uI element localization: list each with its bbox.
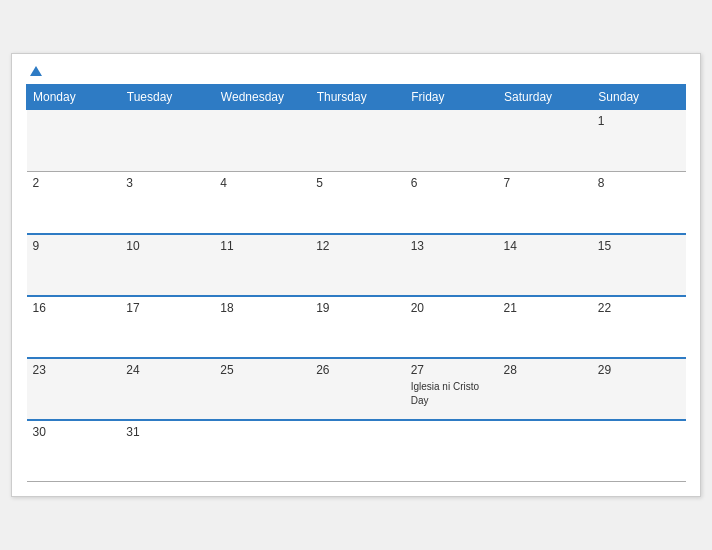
calendar-day-cell: 12	[310, 234, 405, 296]
day-number: 17	[126, 301, 208, 315]
calendar-day-cell: 27Iglesia ni Cristo Day	[405, 358, 498, 420]
calendar-day-cell	[498, 110, 592, 172]
day-number: 4	[220, 176, 304, 190]
calendar-day-cell	[498, 420, 592, 482]
day-number: 22	[598, 301, 680, 315]
calendar-day-cell: 25	[214, 358, 310, 420]
calendar-day-cell: 30	[27, 420, 121, 482]
calendar-grid: MondayTuesdayWednesdayThursdayFridaySatu…	[26, 84, 686, 482]
day-number: 25	[220, 363, 304, 377]
weekday-header-cell: Thursday	[310, 85, 405, 110]
calendar-day-cell: 13	[405, 234, 498, 296]
calendar-day-cell: 3	[120, 172, 214, 234]
weekday-header-cell: Wednesday	[214, 85, 310, 110]
day-number: 9	[33, 239, 115, 253]
calendar-day-cell: 4	[214, 172, 310, 234]
weekday-header-cell: Monday	[27, 85, 121, 110]
logo	[26, 66, 42, 76]
calendar-day-cell: 7	[498, 172, 592, 234]
calendar-week-row: 9101112131415	[27, 234, 686, 296]
day-number: 6	[411, 176, 492, 190]
weekday-header-cell: Saturday	[498, 85, 592, 110]
calendar-day-cell: 8	[592, 172, 686, 234]
calendar-day-cell: 22	[592, 296, 686, 358]
logo-triangle-icon	[30, 66, 42, 76]
day-number: 3	[126, 176, 208, 190]
day-number: 19	[316, 301, 399, 315]
calendar-week-row: 2345678	[27, 172, 686, 234]
calendar-day-cell: 23	[27, 358, 121, 420]
day-number: 5	[316, 176, 399, 190]
calendar-day-cell	[214, 420, 310, 482]
event-label: Iglesia ni Cristo Day	[411, 381, 479, 406]
calendar-day-cell: 21	[498, 296, 592, 358]
calendar-day-cell	[214, 110, 310, 172]
day-number: 10	[126, 239, 208, 253]
day-number: 1	[598, 114, 680, 128]
calendar-day-cell: 29	[592, 358, 686, 420]
calendar-week-row: 2324252627Iglesia ni Cristo Day2829	[27, 358, 686, 420]
calendar-day-cell: 26	[310, 358, 405, 420]
calendar-day-cell	[405, 420, 498, 482]
day-number: 31	[126, 425, 208, 439]
weekday-header-cell: Sunday	[592, 85, 686, 110]
calendar-day-cell: 5	[310, 172, 405, 234]
weekday-header-cell: Tuesday	[120, 85, 214, 110]
day-number: 14	[504, 239, 586, 253]
day-number: 27	[411, 363, 492, 377]
calendar-day-cell: 6	[405, 172, 498, 234]
day-number: 24	[126, 363, 208, 377]
day-number: 20	[411, 301, 492, 315]
calendar-header	[26, 66, 686, 76]
calendar-day-cell	[310, 420, 405, 482]
weekday-header-row: MondayTuesdayWednesdayThursdayFridaySatu…	[27, 85, 686, 110]
day-number: 2	[33, 176, 115, 190]
day-number: 12	[316, 239, 399, 253]
calendar-day-cell	[405, 110, 498, 172]
calendar-day-cell: 20	[405, 296, 498, 358]
logo-blue-text	[26, 66, 42, 76]
day-number: 21	[504, 301, 586, 315]
day-number: 11	[220, 239, 304, 253]
calendar-day-cell	[592, 420, 686, 482]
day-number: 16	[33, 301, 115, 315]
calendar-day-cell	[120, 110, 214, 172]
day-number: 28	[504, 363, 586, 377]
day-number: 8	[598, 176, 680, 190]
calendar-day-cell	[310, 110, 405, 172]
day-number: 18	[220, 301, 304, 315]
calendar-day-cell: 2	[27, 172, 121, 234]
weekday-header-cell: Friday	[405, 85, 498, 110]
calendar-week-row: 3031	[27, 420, 686, 482]
calendar-day-cell: 28	[498, 358, 592, 420]
calendar-day-cell: 31	[120, 420, 214, 482]
calendar-day-cell: 1	[592, 110, 686, 172]
calendar-day-cell: 17	[120, 296, 214, 358]
calendar-day-cell	[27, 110, 121, 172]
day-number: 7	[504, 176, 586, 190]
calendar-week-row: 16171819202122	[27, 296, 686, 358]
calendar-day-cell: 18	[214, 296, 310, 358]
calendar-day-cell: 16	[27, 296, 121, 358]
calendar-day-cell: 24	[120, 358, 214, 420]
day-number: 30	[33, 425, 115, 439]
calendar-day-cell: 19	[310, 296, 405, 358]
day-number: 15	[598, 239, 680, 253]
calendar-day-cell: 15	[592, 234, 686, 296]
calendar-day-cell: 14	[498, 234, 592, 296]
day-number: 29	[598, 363, 680, 377]
calendar-day-cell: 9	[27, 234, 121, 296]
calendar-week-row: 1	[27, 110, 686, 172]
day-number: 13	[411, 239, 492, 253]
day-number: 23	[33, 363, 115, 377]
calendar-day-cell: 10	[120, 234, 214, 296]
calendar-day-cell: 11	[214, 234, 310, 296]
day-number: 26	[316, 363, 399, 377]
calendar-container: MondayTuesdayWednesdayThursdayFridaySatu…	[11, 53, 701, 497]
